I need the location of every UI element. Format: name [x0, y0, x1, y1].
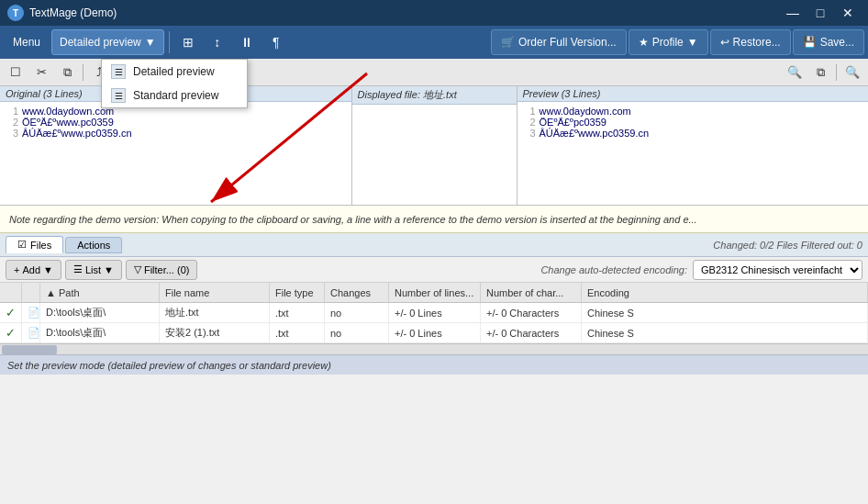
encoding-area: Change auto-detected encoding: GB2312 Ch…: [201, 260, 862, 280]
row2-encoding: Chinese S: [582, 323, 868, 342]
profile-arrow-icon: ▼: [687, 36, 698, 49]
standard-preview-label: Standard preview: [133, 89, 218, 102]
row2-lines: +/- 0 Lines: [389, 323, 481, 342]
dropdown-item-standard[interactable]: ☰ Standard preview: [102, 84, 247, 107]
maximize-button[interactable]: □: [807, 0, 833, 26]
col-header-filename[interactable]: File name: [160, 283, 270, 302]
col-header-path[interactable]: ▲ Path: [40, 283, 160, 302]
minimize-button[interactable]: —: [780, 0, 806, 26]
files-section: ☑ Files Actions Changed: 0/2 Files Filte…: [0, 233, 868, 343]
note-text: Note regarding the demo version: When co…: [9, 214, 697, 225]
row1-chars: +/- 0 Characters: [481, 303, 582, 322]
close-button[interactable]: ✕: [835, 0, 861, 26]
col-header-changes[interactable]: Changes: [325, 283, 389, 302]
preview-mode-dropdown[interactable]: Detailed preview ▼: [51, 29, 164, 55]
sec-separator-3: [836, 64, 837, 81]
row2-icon: 📄: [22, 323, 40, 342]
list-label: List: [85, 264, 101, 275]
encoding-select[interactable]: GB2312 Chinesisch vereinfacht: [693, 260, 862, 280]
standard-preview-icon: ☰: [111, 88, 126, 103]
detailed-preview-label: Detailed preview: [133, 65, 215, 78]
app-logo: T: [7, 5, 24, 21]
horizontal-scrollbar[interactable]: [0, 343, 868, 354]
preview-line-3: 3 ÂÚÄæ£ºwww.pc0359.cn: [523, 128, 863, 139]
filter-label: Filter... (0): [144, 264, 190, 275]
col-header-encoding[interactable]: Encoding: [582, 283, 868, 302]
original-line-3: 3 ÂÚÄæ£ºwww.pc0359.cn: [6, 128, 346, 139]
toolbar-icon-btn-2[interactable]: ↕: [204, 29, 231, 55]
table-header: ▲ Path File name File type Changes Numbe…: [0, 283, 868, 303]
encoding-label: Change auto-detected encoding:: [540, 264, 687, 275]
middle-panel-content: [352, 105, 517, 205]
cart-icon: 🛒: [501, 36, 515, 49]
status-bar: Set the preview mode (detailed preview o…: [0, 354, 868, 375]
actions-tab-label: Actions: [77, 240, 110, 251]
filter-icon: ▽: [134, 263, 141, 275]
preview-line-2: 2 ÖEºÄ£ºpc0359: [523, 117, 863, 128]
row1-filetype: .txt: [270, 303, 325, 322]
dropdown-item-detailed[interactable]: ☰ Detailed preview: [102, 60, 247, 84]
toolbar-icon-btn-4[interactable]: ¶: [262, 29, 290, 55]
sec-btn-checkbox[interactable]: ☐: [4, 62, 28, 84]
col-header-filetype[interactable]: File type: [270, 283, 325, 302]
preview-line-1: 1 www.0daydown.com: [523, 106, 863, 117]
status-text: Set the preview mode (detailed preview o…: [7, 360, 331, 371]
row2-filetype: .txt: [270, 323, 325, 342]
tab-actions[interactable]: Actions: [65, 237, 122, 253]
preview-panel-header: Preview (3 Lines): [517, 86, 869, 102]
toolbar-icon-btn-3[interactable]: ⏸: [233, 29, 261, 55]
add-dropdown-icon: ▼: [43, 264, 53, 275]
files-tab-label: Files: [30, 240, 51, 251]
col-header-icon[interactable]: [22, 283, 40, 302]
profile-button[interactable]: ★ Profile ▼: [629, 29, 708, 55]
sec-btn-cut[interactable]: ✂: [29, 62, 53, 84]
middle-panel-header: Displayed file: 地址.txt: [352, 86, 517, 105]
row1-encoding: Chinese S: [582, 303, 868, 322]
col-header-lines[interactable]: Number of lines...: [389, 283, 481, 302]
tab-files[interactable]: ☑ Files: [6, 236, 63, 253]
files-table: ✓ 📄 D:\tools\桌面\ 地址.txt .txt no +/- 0 Li…: [0, 303, 868, 343]
files-check-icon: ☑: [17, 239, 27, 251]
files-toolbar: + Add ▼ ☰ List ▼ ▽ Filter... (0) Change …: [0, 257, 868, 283]
save-icon: 💾: [803, 36, 817, 49]
list-dropdown-icon: ▼: [104, 264, 114, 275]
sec-btn-right-search[interactable]: 🔍: [783, 62, 807, 84]
add-button[interactable]: + Add ▼: [6, 260, 61, 280]
filter-button[interactable]: ▽ Filter... (0): [126, 260, 198, 280]
row1-path: D:\tools\桌面\: [40, 303, 160, 322]
sec-btn-copy[interactable]: ⧉: [55, 62, 79, 84]
sec-btn-right-copy[interactable]: ⧉: [808, 62, 832, 84]
order-full-version-button[interactable]: 🛒 Order Full Version...: [491, 29, 627, 55]
restore-button[interactable]: ↩ Restore...: [710, 29, 791, 55]
table-row[interactable]: ✓ 📄 D:\tools\桌面\ 安装2 (1).txt .txt no +/-…: [0, 323, 868, 343]
star-icon: ★: [639, 36, 649, 49]
restore-label: Restore...: [733, 36, 781, 49]
files-status: Changed: 0/2 Files Filtered out: 0: [713, 240, 862, 251]
table-row[interactable]: ✓ 📄 D:\tools\桌面\ 地址.txt .txt no +/- 0 Li…: [0, 303, 868, 323]
detailed-preview-icon: ☰: [111, 64, 126, 79]
menu-button[interactable]: Menu: [4, 28, 50, 57]
add-label: Add: [22, 264, 40, 275]
order-label: Order Full Version...: [518, 36, 617, 49]
save-label: Save...: [820, 36, 854, 49]
toolbar-separator-1: [169, 31, 170, 53]
sec-btn-right-icon[interactable]: 🔍: [840, 62, 864, 84]
original-panel-content: 1 www.0daydown.com 2 ÖEºÄ£ºwww.pc0359 3 …: [0, 102, 351, 205]
scrollbar-thumb[interactable]: [2, 345, 57, 354]
list-button[interactable]: ☰ List ▼: [65, 260, 122, 280]
col-header-check[interactable]: [0, 283, 22, 302]
middle-panel: Displayed file: 地址.txt: [352, 86, 517, 205]
original-line-2: 2 ÖEºÄ£ºwww.pc0359: [6, 117, 346, 128]
row2-path: D:\tools\桌面\: [40, 323, 160, 342]
profile-label: Profile: [652, 36, 684, 49]
row2-check: ✓: [0, 323, 22, 342]
list-icon: ☰: [73, 263, 83, 275]
row2-filename: 安装2 (1).txt: [160, 323, 270, 342]
row2-chars: +/- 0 Characters: [481, 323, 582, 342]
save-button[interactable]: 💾 Save...: [793, 29, 864, 55]
col-header-chars[interactable]: Number of char...: [481, 283, 582, 302]
preview-panel: Preview (3 Lines) 1 www.0daydown.com 2 Ö…: [517, 86, 869, 205]
app-title: TextMage (Demo): [29, 6, 117, 19]
add-icon: +: [14, 264, 19, 275]
toolbar-icon-btn-1[interactable]: ⊞: [174, 29, 202, 55]
